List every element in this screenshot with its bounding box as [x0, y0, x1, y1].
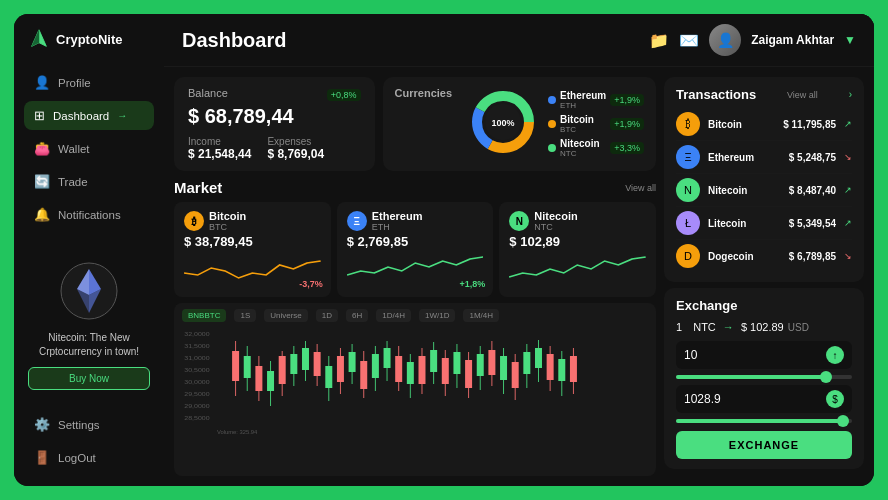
transactions-arrow[interactable]: ›: [849, 89, 852, 100]
svg-text:Volume: 325.94: Volume: 325.94: [217, 429, 257, 435]
header-right: 📁 ✉️ 👤 Zaigam Akhtar ▼: [649, 24, 856, 56]
svg-rect-72: [523, 352, 530, 374]
coin-promo: Nitecoin: The New Crptocurrency in town!…: [24, 255, 154, 396]
svg-rect-48: [384, 348, 391, 368]
expenses-amount: $ 8,769,04: [267, 147, 324, 161]
logo: CryptoNite: [24, 28, 154, 50]
left-panel: Balance +0,8% $ 68,789,44 Income $ 21,54…: [174, 77, 656, 476]
svg-rect-40: [337, 356, 344, 382]
exchange-slider-1[interactable]: [676, 375, 852, 379]
sidebar-item-logout[interactable]: 🚪 LogOut: [24, 443, 154, 472]
chart-pill-1d[interactable]: 1D: [316, 309, 338, 322]
svg-text:100%: 100%: [492, 118, 515, 128]
exchange-card: Exchange 1 NTC → $ 102.89 USD 10 ↑: [664, 288, 864, 469]
chart-pill-1s[interactable]: 1S: [234, 309, 256, 322]
currencies-title: Currencies: [395, 87, 452, 99]
user-name: Zaigam Akhtar: [751, 33, 834, 47]
svg-rect-24: [244, 356, 251, 378]
exchange-slider-2[interactable]: [676, 419, 852, 423]
currencies-card: Currencies 100%: [383, 77, 656, 171]
folder-icon[interactable]: 📁: [649, 31, 669, 50]
transactions-header: Transactions View all ›: [676, 87, 852, 102]
btc-market-pct: -3,7%: [299, 279, 323, 289]
tx-ntc-icon: N: [676, 178, 700, 202]
sidebar-item-notifications[interactable]: 🔔 Notifications: [24, 200, 154, 229]
transactions-title: Transactions: [676, 87, 756, 102]
expenses-label: Expenses: [267, 136, 324, 147]
app-container: CryptoNite 👤 Profile ⊞ Dashboard → 👛 Wal…: [14, 14, 874, 486]
sidebar-bottom: ⚙️ Settings 🚪 LogOut: [24, 410, 154, 472]
market-title: Market: [174, 179, 222, 196]
mail-icon[interactable]: ✉️: [679, 31, 699, 50]
svg-rect-58: [442, 358, 449, 384]
logout-icon: 🚪: [34, 450, 50, 465]
svg-text:30,5000: 30,5000: [184, 366, 210, 372]
tx-ntc-arrow: ↗: [844, 185, 852, 195]
currency-item-ntc: Nitecoin NTC +3,3%: [548, 138, 644, 158]
sidebar-item-trade[interactable]: 🔄 Trade: [24, 167, 154, 196]
svg-text:31,5000: 31,5000: [184, 342, 210, 348]
svg-rect-44: [360, 361, 367, 389]
transactions-card: Transactions View all › ₿ Bitcoin $ 11,7…: [664, 77, 864, 282]
market-cards-row: ₿ Bitcoin BTC $ 38,789,45 -3,7%: [174, 202, 656, 297]
tx-row-btc: ₿ Bitcoin $ 11,795,85 ↗: [676, 108, 852, 141]
bell-icon: 🔔: [34, 207, 50, 222]
chart-pill-universe[interactable]: Universe: [264, 309, 308, 322]
svg-rect-74: [535, 348, 542, 368]
chart-pill-1m4h[interactable]: 1M/4H: [463, 309, 499, 322]
chart-pill-1w1d[interactable]: 1W/1D: [419, 309, 455, 322]
market-card-btc: ₿ Bitcoin BTC $ 38,789,45 -3,7%: [174, 202, 331, 297]
svg-rect-22: [232, 351, 239, 381]
svg-rect-62: [465, 360, 472, 388]
income-label: Income: [188, 136, 251, 147]
sidebar-item-profile[interactable]: 👤 Profile: [24, 68, 154, 97]
transactions-view-all[interactable]: View all: [787, 90, 818, 100]
svg-rect-42: [349, 352, 356, 372]
currency-item-eth: Ethereum ETH +1,9%: [548, 90, 644, 110]
exchange-input-2-icon: $: [826, 390, 844, 408]
chart-pill-1d4h[interactable]: 1D/4H: [376, 309, 411, 322]
eth-pct: +1,9%: [610, 94, 644, 106]
svg-rect-28: [267, 371, 274, 391]
tx-btc-arrow: ↗: [844, 119, 852, 129]
tx-row-ntc: N Nitecoin $ 8,487,40 ↗: [676, 174, 852, 207]
tx-doge-arrow: ↘: [844, 251, 852, 261]
svg-rect-76: [547, 354, 554, 380]
exchange-input-2[interactable]: 1028.9 $: [676, 385, 852, 413]
tx-row-ltc: Ł Litecoin $ 5,349,54 ↗: [676, 207, 852, 240]
btc-market-icon: ₿: [184, 211, 204, 231]
buy-now-button[interactable]: Buy Now: [28, 367, 150, 390]
income-amount: $ 21,548,44: [188, 147, 251, 161]
chart-body: 32,0000 31,5000 31,0000 30,5000 30,0000 …: [182, 326, 648, 436]
svg-rect-64: [477, 354, 484, 376]
chart-pill-6h[interactable]: 6H: [346, 309, 368, 322]
balance-badge: +0,8%: [327, 89, 361, 101]
ntc-market-icon: N: [509, 211, 529, 231]
svg-text:29,0000: 29,0000: [184, 402, 210, 408]
chevron-down-icon[interactable]: ▼: [844, 33, 856, 47]
currency-list: Ethereum ETH +1,9% Bitcoin BTC: [548, 87, 644, 161]
sidebar-item-settings[interactable]: ⚙️ Settings: [24, 410, 154, 439]
svg-rect-56: [430, 350, 437, 372]
sidebar-item-dashboard[interactable]: ⊞ Dashboard →: [24, 101, 154, 130]
tx-eth-icon: Ξ: [676, 145, 700, 169]
main-content: Dashboard 📁 ✉️ 👤 Zaigam Akhtar ▼: [164, 14, 874, 486]
market-view-all[interactable]: View all: [625, 183, 656, 193]
svg-rect-70: [512, 362, 519, 388]
market-card-eth: Ξ Ethereum ETH $ 2,769,85 +1,8%: [337, 202, 494, 297]
tx-ltc-arrow: ↗: [844, 218, 852, 228]
tx-row-eth: Ξ Ethereum $ 5,248,75 ↘: [676, 141, 852, 174]
exchange-title: Exchange: [676, 298, 852, 313]
svg-text:31,0000: 31,0000: [184, 354, 210, 360]
ntc-dot: [548, 144, 556, 152]
tx-btc-icon: ₿: [676, 112, 700, 136]
chart-pill-bnbbtc[interactable]: BNBBTC: [182, 309, 226, 322]
market-card-ntc: N Nitecoin NTC $ 102,89: [499, 202, 656, 297]
balance-card: Balance +0,8% $ 68,789,44 Income $ 21,54…: [174, 77, 375, 171]
chart-controls: BNBBTC 1S Universe 1D 6H 1D/4H 1W/1D 1M/…: [182, 309, 648, 322]
donut-chart: 100%: [468, 87, 538, 157]
sidebar-item-wallet[interactable]: 👛 Wallet: [24, 134, 154, 163]
exchange-button[interactable]: EXCHANGE: [676, 431, 852, 459]
exchange-input-1[interactable]: 10 ↑: [676, 341, 852, 369]
svg-rect-46: [372, 354, 379, 378]
